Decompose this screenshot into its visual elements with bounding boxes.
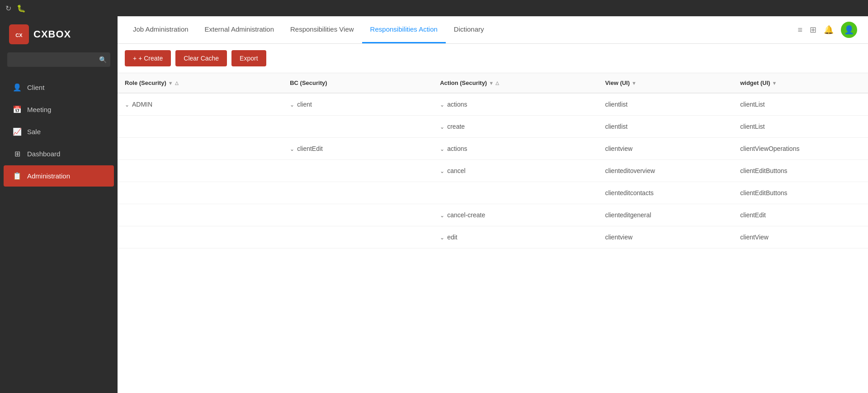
cell-role bbox=[118, 138, 283, 160]
expand-bc-icon[interactable]: ⌄ bbox=[290, 146, 294, 152]
cell-action: ⌄edit bbox=[433, 226, 598, 248]
cell-action: ⌄create bbox=[433, 116, 598, 138]
cell-widget: clientEditButtons bbox=[733, 160, 868, 182]
view-filter-icon[interactable]: ▼ bbox=[632, 80, 637, 86]
widget-filter-icon[interactable]: ▼ bbox=[772, 80, 777, 86]
expand-action-icon[interactable]: ⌄ bbox=[440, 168, 444, 174]
user-icon: 👤 bbox=[13, 83, 22, 92]
col-header-view: View (UI) ▼ bbox=[598, 73, 733, 93]
sidebar-item-dashboard[interactable]: ⊞ Dashboard bbox=[4, 143, 114, 164]
col-header-bc: BC (Security) bbox=[283, 73, 433, 93]
sidebar-item-sale-label: Sale bbox=[27, 128, 41, 136]
cell-view: clientlist bbox=[598, 93, 733, 116]
sidebar-item-client-label: Client bbox=[27, 84, 44, 91]
create-button[interactable]: + + Create bbox=[125, 50, 171, 66]
avatar[interactable]: 👤 bbox=[841, 22, 857, 38]
table-row: clienteditcontactsclientEditButtons bbox=[118, 182, 868, 204]
search-container: 🔍 bbox=[7, 52, 110, 67]
sidebar-item-meeting-label: Meeting bbox=[27, 106, 51, 113]
cell-role bbox=[118, 182, 283, 204]
table-row: ⌄editclientviewclientView bbox=[118, 226, 868, 248]
cell-widget: clientViewOperations bbox=[733, 138, 868, 160]
cell-action: ⌄actions bbox=[433, 138, 598, 160]
search-input[interactable] bbox=[7, 52, 110, 67]
top-bar: ↻ 🐛 bbox=[0, 0, 868, 16]
expand-action-icon[interactable]: ⌄ bbox=[440, 234, 444, 241]
cell-bc bbox=[283, 226, 433, 248]
cell-view: clienteditoverview bbox=[598, 160, 733, 182]
cell-widget: clientEdit bbox=[733, 204, 868, 226]
tab-responsibilities-view[interactable]: Responsibilities View bbox=[282, 16, 362, 43]
cell-bc bbox=[283, 204, 433, 226]
search-icon[interactable]: 🔍 bbox=[99, 56, 107, 63]
action-sort-icon[interactable]: △ bbox=[495, 80, 499, 85]
table-row: ⌄cancelclienteditoverviewclientEditButto… bbox=[118, 160, 868, 182]
responsibilities-table: Role (Security) ▼ △ BC (Security) bbox=[118, 73, 868, 248]
sidebar-item-dashboard-label: Dashboard bbox=[27, 150, 60, 158]
cell-role bbox=[118, 116, 283, 138]
expand-bc-icon[interactable]: ⌄ bbox=[290, 102, 294, 108]
tab-dictionary[interactable]: Dictionary bbox=[446, 16, 492, 43]
cell-role bbox=[118, 204, 283, 226]
expand-action-icon[interactable]: ⌄ bbox=[440, 102, 444, 108]
cell-action: ⌄cancel-create bbox=[433, 204, 598, 226]
notification-icon[interactable]: 🔔 bbox=[824, 25, 834, 35]
gauge-icon: ⊞ bbox=[13, 150, 22, 158]
avatar-icon: 👤 bbox=[844, 25, 854, 35]
logo-text: CXBOX bbox=[33, 28, 71, 40]
cell-bc bbox=[283, 182, 433, 204]
action-filter-icon[interactable]: ▼ bbox=[489, 80, 494, 86]
cell-bc bbox=[283, 116, 433, 138]
col-header-role: Role (Security) ▼ △ bbox=[118, 73, 283, 93]
cell-bc: ⌄client bbox=[283, 93, 433, 116]
logo-icon: CX bbox=[9, 24, 29, 44]
create-plus-icon: + bbox=[133, 55, 137, 62]
bug-icon[interactable]: 🐛 bbox=[17, 4, 26, 13]
expand-action-icon[interactable]: ⌄ bbox=[440, 124, 444, 130]
cell-view: clienteditgeneral bbox=[598, 204, 733, 226]
table-row: ⌄clientEdit⌄actionsclientviewclientViewO… bbox=[118, 138, 868, 160]
grid-view-icon[interactable]: ⊞ bbox=[810, 25, 816, 35]
list-view-icon[interactable]: ≡ bbox=[797, 25, 802, 35]
tab-job-admin[interactable]: Job Administration bbox=[125, 16, 197, 43]
admin-icon: 📋 bbox=[13, 172, 22, 180]
cell-action: ⌄actions bbox=[433, 93, 598, 116]
cell-widget: clientList bbox=[733, 116, 868, 138]
role-sort-icon[interactable]: △ bbox=[175, 80, 179, 85]
sidebar-item-sale[interactable]: 📈 Sale bbox=[4, 121, 114, 142]
cell-bc bbox=[283, 160, 433, 182]
col-header-action: Action (Security) ▼ △ bbox=[433, 73, 598, 93]
calendar-icon: 📅 bbox=[13, 105, 22, 114]
sidebar-item-meeting[interactable]: 📅 Meeting bbox=[4, 99, 114, 120]
cell-action: ⌄cancel bbox=[433, 160, 598, 182]
expand-role-icon[interactable]: ⌄ bbox=[125, 102, 129, 108]
table-header: Role (Security) ▼ △ BC (Security) bbox=[118, 73, 868, 93]
cell-view: clientview bbox=[598, 226, 733, 248]
refresh-icon[interactable]: ↻ bbox=[5, 4, 11, 13]
table-row: ⌄cancel-createclienteditgeneralclientEdi… bbox=[118, 204, 868, 226]
cell-action bbox=[433, 182, 598, 204]
clear-cache-button[interactable]: Clear Cache bbox=[175, 50, 227, 66]
col-header-widget: widget (UI) ▼ bbox=[733, 73, 868, 93]
table-body: ⌄ADMIN⌄client⌄actionsclientlistclientLis… bbox=[118, 93, 868, 248]
sidebar-item-client[interactable]: 👤 Client bbox=[4, 77, 114, 98]
action-bar: + + Create Clear Cache Export bbox=[118, 44, 868, 73]
table-row: ⌄ADMIN⌄client⌄actionsclientlistclientLis… bbox=[118, 93, 868, 116]
cell-role: ⌄ADMIN bbox=[118, 93, 283, 116]
cell-role bbox=[118, 160, 283, 182]
tab-responsibilities-action[interactable]: Responsibilities Action bbox=[362, 16, 446, 43]
expand-action-icon[interactable]: ⌄ bbox=[440, 212, 444, 219]
cell-widget: clientView bbox=[733, 226, 868, 248]
expand-action-icon[interactable]: ⌄ bbox=[440, 146, 444, 152]
tab-bar: Job Administration External Administrati… bbox=[118, 16, 868, 44]
svg-text:CX: CX bbox=[15, 33, 23, 38]
chart-icon: 📈 bbox=[13, 127, 22, 136]
cell-view: clientlist bbox=[598, 116, 733, 138]
tab-external-admin[interactable]: External Administration bbox=[197, 16, 282, 43]
cell-view: clienteditcontacts bbox=[598, 182, 733, 204]
cell-widget: clientList bbox=[733, 93, 868, 116]
tab-actions: ≡ ⊞ 🔔 👤 bbox=[794, 22, 861, 38]
role-filter-icon[interactable]: ▼ bbox=[168, 80, 173, 86]
export-button[interactable]: Export bbox=[231, 50, 266, 66]
sidebar-item-administration[interactable]: 📋 Administration bbox=[4, 165, 114, 187]
